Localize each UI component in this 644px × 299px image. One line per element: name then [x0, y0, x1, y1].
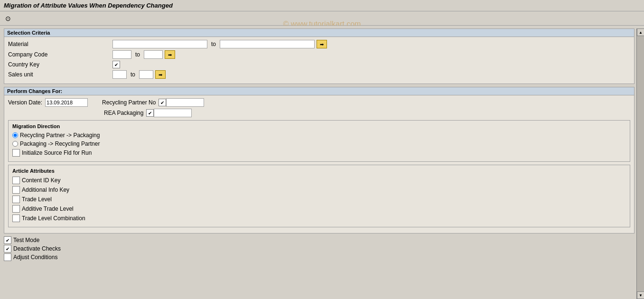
company-code-label: Company Code	[8, 51, 112, 58]
toolbar: ⊙	[0, 11, 644, 26]
page-title: Migration of Attribute Values When Depen…	[4, 2, 173, 9]
radio-packaging-recycling-row: Packaging -> Recycling Partner	[12, 140, 626, 147]
content-id-key-row: Content ID Key	[12, 177, 626, 184]
version-date-input[interactable]	[45, 98, 88, 107]
company-code-to-label: to	[135, 51, 140, 58]
rea-packaging-checkbox[interactable]: ✔	[146, 109, 154, 117]
additional-info-key-label: Additional Info Key	[22, 187, 69, 193]
init-source-label: Initialize Source Fld for Run	[22, 150, 92, 156]
sales-unit-from-input[interactable]	[112, 70, 127, 79]
material-arrow-button[interactable]: ➡	[317, 40, 327, 48]
selection-criteria-body: Material to ➡ Company Code to ➡ Country …	[4, 37, 634, 84]
material-from-input[interactable]	[112, 40, 207, 48]
migration-direction-header: Migration Direction	[12, 123, 626, 129]
trade-level-combination-checkbox[interactable]	[12, 215, 20, 222]
adjust-conditions-row: Adjust Conditions	[4, 253, 635, 261]
selection-criteria-section: Selection Criteria Material to ➡ Company…	[4, 28, 635, 84]
company-code-row: Company Code to ➡	[8, 50, 630, 59]
recycling-partner-no-input[interactable]	[166, 98, 204, 107]
recycling-partner-no-checkbox[interactable]: ✔	[159, 99, 166, 106]
clock-icon[interactable]: ⊙	[4, 14, 12, 23]
trade-level-row: Trade Level	[12, 196, 626, 203]
test-mode-row: ✔ Test Mode	[4, 236, 635, 244]
adjust-conditions-label: Adjust Conditions	[13, 254, 57, 261]
trade-level-checkbox[interactable]	[12, 196, 20, 203]
content-id-key-checkbox[interactable]	[12, 177, 20, 184]
material-label: Material	[8, 41, 112, 47]
right-scrollbar: ▲ ▼	[636, 28, 644, 299]
company-code-from-input[interactable]	[112, 50, 131, 59]
rea-packaging-input[interactable]	[154, 109, 192, 117]
content-id-key-label: Content ID Key	[22, 177, 60, 184]
scroll-track	[637, 36, 644, 291]
country-key-label: Country Key	[8, 61, 112, 68]
article-attributes-section: Article Attributes Content ID Key Additi…	[8, 165, 630, 227]
sales-unit-arrow-button[interactable]: ➡	[155, 70, 166, 79]
trade-level-combination-label: Trade Level Combination	[22, 215, 85, 222]
version-date-label: Version Date:	[8, 99, 42, 106]
sales-unit-to-label: to	[131, 71, 135, 78]
material-row: Material to ➡	[8, 40, 630, 48]
sales-unit-to-input[interactable]	[139, 70, 153, 79]
test-mode-checkbox[interactable]: ✔	[4, 236, 11, 244]
deactivate-checks-row: ✔ Deactivate Checks	[4, 245, 635, 252]
sales-unit-label: Sales unit	[8, 71, 112, 78]
additional-info-key-row: Additional Info Key	[12, 186, 626, 194]
company-code-to-input[interactable]	[144, 50, 163, 59]
sales-unit-row: Sales unit to ➡	[8, 70, 630, 79]
init-source-row: Initialize Source Fld for Run	[12, 149, 626, 157]
trade-level-combination-row: Trade Level Combination	[12, 215, 626, 222]
country-key-checkbox[interactable]: ✔	[112, 61, 120, 68]
radio-recycling-packaging-label: Recycling Partner -> Packaging	[20, 132, 100, 139]
material-to-input[interactable]	[220, 40, 315, 48]
company-code-arrow-button[interactable]: ➡	[165, 50, 175, 59]
additive-trade-level-label: Additive Trade Level	[22, 206, 74, 212]
migration-direction-section: Migration Direction Recycling Partner ->…	[8, 120, 630, 162]
test-mode-label: Test Mode	[13, 237, 39, 243]
additive-trade-level-row: Additive Trade Level	[12, 205, 626, 213]
additive-trade-level-checkbox[interactable]	[12, 205, 20, 213]
additional-info-key-checkbox[interactable]	[12, 186, 20, 194]
radio-packaging-to-recycling[interactable]	[12, 141, 18, 147]
bottom-checkboxes: ✔ Test Mode ✔ Deactivate Checks Adjust C…	[4, 236, 635, 261]
recycling-partner-no-label: Recycling Partner No	[102, 99, 156, 106]
perform-changes-header: Perform Changes For:	[4, 87, 634, 95]
radio-packaging-recycling-label: Packaging -> Recycling Partner	[20, 140, 100, 147]
perform-changes-section: Perform Changes For: Version Date: Recyc…	[4, 87, 635, 234]
perform-changes-body: Version Date: Recycling Partner No ✔ REA…	[4, 95, 634, 233]
radio-recycling-packaging-row: Recycling Partner -> Packaging	[12, 132, 626, 139]
adjust-conditions-checkbox[interactable]	[4, 253, 11, 261]
trade-level-label: Trade Level	[22, 196, 52, 203]
deactivate-checks-checkbox[interactable]: ✔	[4, 245, 11, 252]
title-bar: Migration of Attribute Values When Depen…	[0, 0, 644, 11]
material-to-label: to	[211, 41, 216, 47]
radio-recycling-to-packaging[interactable]	[12, 132, 18, 138]
selection-criteria-header: Selection Criteria	[4, 29, 634, 37]
country-key-row: Country Key ✔	[8, 61, 630, 68]
scroll-down-button[interactable]: ▼	[637, 291, 644, 299]
deactivate-checks-label: Deactivate Checks	[13, 245, 61, 252]
main-content: Selection Criteria Material to ➡ Company…	[0, 26, 644, 296]
init-source-checkbox[interactable]	[12, 149, 20, 157]
article-attributes-header: Article Attributes	[12, 168, 626, 174]
scroll-up-button[interactable]: ▲	[637, 28, 644, 36]
rea-packaging-label: REA Packaging	[104, 110, 143, 116]
